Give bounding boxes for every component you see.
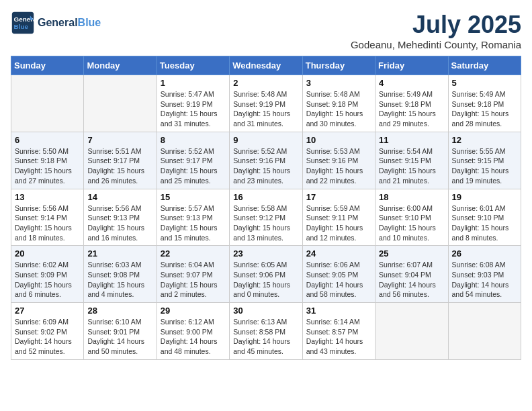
day-cell: 22Sunrise: 6:04 AM Sunset: 9:07 PM Dayli…	[157, 246, 229, 303]
day-cell	[11, 75, 84, 132]
day-cell: 30Sunrise: 6:13 AM Sunset: 8:58 PM Dayli…	[230, 303, 302, 360]
day-cell: 7Sunrise: 5:51 AM Sunset: 9:17 PM Daylig…	[84, 132, 157, 189]
week-row-3: 13Sunrise: 5:56 AM Sunset: 9:14 PM Dayli…	[11, 189, 521, 246]
day-info: Sunrise: 6:00 AM Sunset: 9:10 PM Dayligh…	[379, 203, 444, 243]
day-info: Sunrise: 6:13 AM Sunset: 8:58 PM Dayligh…	[233, 317, 298, 357]
day-info: Sunrise: 5:58 AM Sunset: 9:12 PM Dayligh…	[233, 203, 298, 243]
day-number: 10	[306, 135, 371, 145]
day-number: 27	[15, 306, 80, 316]
day-cell: 8Sunrise: 5:52 AM Sunset: 9:17 PM Daylig…	[157, 132, 229, 189]
day-number: 11	[379, 135, 444, 145]
day-number: 24	[306, 248, 371, 259]
header-day-saturday: Saturday	[448, 56, 521, 75]
day-cell: 16Sunrise: 5:58 AM Sunset: 9:12 PM Dayli…	[230, 189, 302, 246]
day-cell: 2Sunrise: 5:48 AM Sunset: 9:19 PM Daylig…	[230, 75, 302, 132]
day-info: Sunrise: 5:54 AM Sunset: 9:15 PM Dayligh…	[379, 146, 444, 186]
day-info: Sunrise: 6:03 AM Sunset: 9:08 PM Dayligh…	[87, 260, 152, 300]
header-day-thursday: Thursday	[302, 56, 375, 75]
day-number: 2	[233, 78, 298, 88]
day-cell: 10Sunrise: 5:53 AM Sunset: 9:16 PM Dayli…	[302, 132, 375, 189]
day-number: 31	[306, 306, 371, 316]
day-number: 16	[233, 192, 298, 202]
day-info: Sunrise: 5:48 AM Sunset: 9:19 PM Dayligh…	[233, 89, 298, 129]
day-number: 18	[379, 192, 444, 202]
day-number: 14	[87, 192, 152, 202]
day-number: 15	[161, 192, 226, 202]
day-info: Sunrise: 6:05 AM Sunset: 9:06 PM Dayligh…	[233, 260, 298, 300]
day-cell	[448, 303, 521, 360]
day-cell: 29Sunrise: 6:12 AM Sunset: 9:00 PM Dayli…	[157, 303, 229, 360]
title-block: July 2025 Godeanu, Mehedinti County, Rom…	[351, 11, 521, 50]
day-info: Sunrise: 6:06 AM Sunset: 9:05 PM Dayligh…	[306, 260, 371, 300]
day-info: Sunrise: 5:53 AM Sunset: 9:16 PM Dayligh…	[306, 146, 371, 186]
day-info: Sunrise: 6:10 AM Sunset: 9:01 PM Dayligh…	[87, 317, 152, 357]
day-info: Sunrise: 5:50 AM Sunset: 9:18 PM Dayligh…	[15, 146, 80, 186]
day-info: Sunrise: 5:49 AM Sunset: 9:18 PM Dayligh…	[379, 89, 444, 129]
day-cell: 11Sunrise: 5:54 AM Sunset: 9:15 PM Dayli…	[375, 132, 448, 189]
day-number: 7	[87, 135, 152, 145]
day-number: 13	[15, 192, 80, 202]
day-cell: 25Sunrise: 6:07 AM Sunset: 9:04 PM Dayli…	[375, 246, 448, 303]
day-cell: 9Sunrise: 5:52 AM Sunset: 9:16 PM Daylig…	[230, 132, 302, 189]
day-number: 19	[452, 192, 517, 202]
month-title: July 2025	[351, 11, 521, 39]
logo: General Blue GeneralBlue	[11, 11, 101, 35]
week-row-4: 20Sunrise: 6:02 AM Sunset: 9:09 PM Dayli…	[11, 246, 521, 303]
day-info: Sunrise: 6:14 AM Sunset: 8:57 PM Dayligh…	[306, 317, 371, 357]
day-cell: 15Sunrise: 5:57 AM Sunset: 9:13 PM Dayli…	[157, 189, 229, 246]
week-row-1: 1Sunrise: 5:47 AM Sunset: 9:19 PM Daylig…	[11, 75, 521, 132]
day-number: 20	[15, 248, 80, 259]
calendar-table: SundayMondayTuesdayWednesdayThursdayFrid…	[11, 56, 521, 360]
week-row-2: 6Sunrise: 5:50 AM Sunset: 9:18 PM Daylig…	[11, 132, 521, 189]
day-number: 28	[87, 306, 152, 316]
day-cell: 1Sunrise: 5:47 AM Sunset: 9:19 PM Daylig…	[157, 75, 229, 132]
day-info: Sunrise: 5:49 AM Sunset: 9:18 PM Dayligh…	[452, 89, 517, 129]
day-info: Sunrise: 5:52 AM Sunset: 9:16 PM Dayligh…	[233, 146, 298, 186]
day-number: 6	[15, 135, 80, 145]
day-number: 21	[87, 248, 152, 259]
day-info: Sunrise: 5:56 AM Sunset: 9:14 PM Dayligh…	[15, 203, 80, 243]
header-day-monday: Monday	[84, 56, 157, 75]
day-info: Sunrise: 5:47 AM Sunset: 9:19 PM Dayligh…	[161, 89, 226, 129]
day-cell: 4Sunrise: 5:49 AM Sunset: 9:18 PM Daylig…	[375, 75, 448, 132]
location: Godeanu, Mehedinti County, Romania	[351, 39, 521, 50]
logo-text: GeneralBlue	[38, 17, 101, 29]
day-cell: 12Sunrise: 5:55 AM Sunset: 9:15 PM Dayli…	[448, 132, 521, 189]
header-day-wednesday: Wednesday	[230, 56, 302, 75]
header-day-tuesday: Tuesday	[157, 56, 229, 75]
day-info: Sunrise: 6:12 AM Sunset: 9:00 PM Dayligh…	[161, 317, 226, 357]
day-cell: 26Sunrise: 6:08 AM Sunset: 9:03 PM Dayli…	[448, 246, 521, 303]
day-info: Sunrise: 6:09 AM Sunset: 9:02 PM Dayligh…	[15, 317, 80, 357]
day-info: Sunrise: 5:56 AM Sunset: 9:13 PM Dayligh…	[87, 203, 152, 243]
day-cell: 28Sunrise: 6:10 AM Sunset: 9:01 PM Dayli…	[84, 303, 157, 360]
day-cell: 14Sunrise: 5:56 AM Sunset: 9:13 PM Dayli…	[84, 189, 157, 246]
day-cell	[375, 303, 448, 360]
day-cell: 6Sunrise: 5:50 AM Sunset: 9:18 PM Daylig…	[11, 132, 84, 189]
day-number: 5	[452, 78, 517, 88]
day-cell: 3Sunrise: 5:48 AM Sunset: 9:18 PM Daylig…	[302, 75, 375, 132]
day-number: 9	[233, 135, 298, 145]
day-number: 4	[379, 78, 444, 88]
day-number: 23	[233, 248, 298, 259]
logo-icon: General Blue	[11, 11, 35, 35]
day-cell: 18Sunrise: 6:00 AM Sunset: 9:10 PM Dayli…	[375, 189, 448, 246]
page-header: General Blue GeneralBlue July 2025 Godea…	[11, 11, 521, 50]
header-day-friday: Friday	[375, 56, 448, 75]
day-cell: 31Sunrise: 6:14 AM Sunset: 8:57 PM Dayli…	[302, 303, 375, 360]
day-info: Sunrise: 6:02 AM Sunset: 9:09 PM Dayligh…	[15, 260, 80, 300]
day-info: Sunrise: 5:59 AM Sunset: 9:11 PM Dayligh…	[306, 203, 371, 243]
day-info: Sunrise: 6:01 AM Sunset: 9:10 PM Dayligh…	[452, 203, 517, 243]
day-cell: 20Sunrise: 6:02 AM Sunset: 9:09 PM Dayli…	[11, 246, 84, 303]
day-number: 1	[161, 78, 226, 88]
day-info: Sunrise: 6:08 AM Sunset: 9:03 PM Dayligh…	[452, 260, 517, 300]
day-cell: 21Sunrise: 6:03 AM Sunset: 9:08 PM Dayli…	[84, 246, 157, 303]
svg-text:Blue: Blue	[14, 23, 29, 30]
day-number: 8	[161, 135, 226, 145]
header-day-sunday: Sunday	[11, 56, 84, 75]
day-number: 17	[306, 192, 371, 202]
day-info: Sunrise: 6:07 AM Sunset: 9:04 PM Dayligh…	[379, 260, 444, 300]
week-row-5: 27Sunrise: 6:09 AM Sunset: 9:02 PM Dayli…	[11, 303, 521, 360]
day-cell: 27Sunrise: 6:09 AM Sunset: 9:02 PM Dayli…	[11, 303, 84, 360]
day-info: Sunrise: 5:57 AM Sunset: 9:13 PM Dayligh…	[161, 203, 226, 243]
day-number: 22	[161, 248, 226, 259]
